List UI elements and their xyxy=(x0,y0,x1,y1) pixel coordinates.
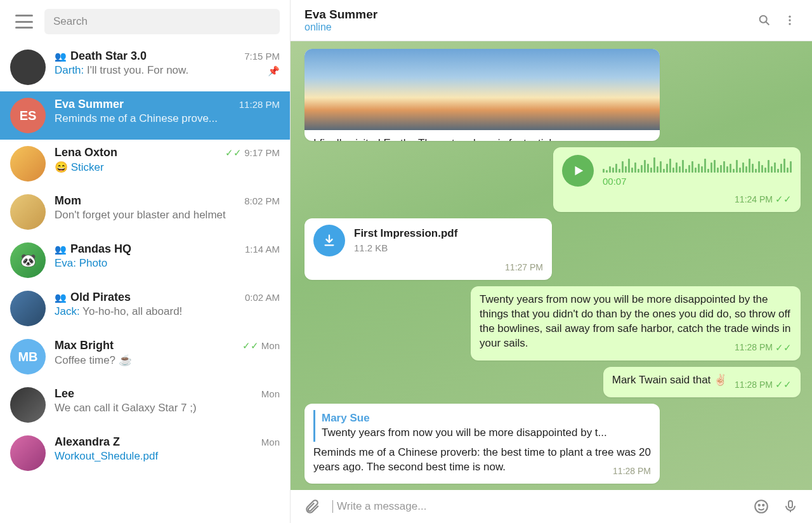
chat-time: Mon xyxy=(261,388,280,399)
play-icon[interactable] xyxy=(562,155,594,187)
message-input[interactable]: Write a message... xyxy=(332,500,741,513)
chat-preview: Darth: I'll trust you. For now. xyxy=(55,64,188,77)
avatar xyxy=(10,194,46,230)
reply-text: Twenty years from now you will be more d… xyxy=(322,426,651,440)
svg-point-2 xyxy=(789,16,790,18)
emoji-icon[interactable] xyxy=(752,498,770,515)
message-photo[interactable]: I finally visited Earth.. The nature her… xyxy=(304,49,660,141)
file-name: First Impression.pdf xyxy=(354,227,457,241)
chat-title: Death Star 3.0 xyxy=(70,50,147,63)
attach-icon[interactable] xyxy=(303,498,321,515)
chat-title: Lee xyxy=(55,387,74,401)
avatar: ES xyxy=(10,98,46,133)
message-text-quote[interactable]: Twenty years from now you will be more d… xyxy=(471,286,801,361)
avatar xyxy=(10,146,46,182)
group-icon: 👥 xyxy=(55,244,67,255)
chat-time: ✓✓Mon xyxy=(242,340,280,352)
reply-preview[interactable]: Mary Sue Twenty years from now you will … xyxy=(313,410,651,442)
message-text: Twenty years from now you will be more d… xyxy=(480,293,790,349)
svg-point-8 xyxy=(763,505,764,506)
avatar xyxy=(10,50,46,85)
read-checks-icon: ✓✓ xyxy=(225,147,242,158)
avatar: 🐼 xyxy=(10,242,46,278)
chat-time: 1:14 AM xyxy=(245,244,280,255)
search-icon[interactable] xyxy=(756,12,773,29)
message-text: Reminds me of a Chinese proverb: the bes… xyxy=(313,446,651,473)
chat-title: Old Pirates xyxy=(70,291,131,304)
message-voice[interactable]: 00:07 11:24 PM✓✓ xyxy=(553,147,801,213)
chat-title: Pandas HQ xyxy=(70,242,131,256)
chat-preview: Reminds me of a Chinese prove... xyxy=(55,112,280,125)
photo-attachment[interactable] xyxy=(304,49,660,130)
message-text-twain[interactable]: Mark Twain said that ✌🏻 11:28 PM✓✓ xyxy=(603,367,801,397)
menu-icon[interactable] xyxy=(15,15,33,29)
svg-line-1 xyxy=(766,22,769,25)
message-time: 11:27 PM xyxy=(505,262,543,274)
chat-title: Alexandra Z xyxy=(55,435,120,449)
chat-header-status: online xyxy=(304,22,747,33)
sidebar-top: Search xyxy=(0,0,290,43)
chat-header[interactable]: Eva Summer online xyxy=(291,0,812,41)
message-list[interactable]: I finally visited Earth.. The nature her… xyxy=(291,41,812,490)
chat-preview: 😄 Sticker xyxy=(55,161,280,174)
svg-point-0 xyxy=(760,16,767,23)
chat-item-death-star[interactable]: 👥Death Star 3.0 7:15 PM Darth: I'll trus… xyxy=(0,43,290,91)
message-time: 11:28 PM✓✓ xyxy=(735,378,792,391)
svg-point-6 xyxy=(755,500,768,513)
chat-list: 👥Death Star 3.0 7:15 PM Darth: I'll trus… xyxy=(0,43,290,523)
avatar xyxy=(10,387,46,423)
message-time: 11:28 PM✓✓ xyxy=(735,341,792,354)
chat-preview: Coffee time? ☕ xyxy=(55,354,280,367)
svg-point-4 xyxy=(789,23,790,25)
chat-item-max-bright[interactable]: MB Max Bright✓✓Mon Coffee time? ☕ xyxy=(0,333,290,381)
chat-item-old-pirates[interactable]: 👥Old Pirates0:02 AM Jack: Yo-ho-ho, all … xyxy=(0,284,290,333)
message-text: Mark Twain said that ✌🏻 xyxy=(612,374,727,386)
avatar xyxy=(10,291,46,326)
chat-item-pandas-hq[interactable]: 🐼 👥Pandas HQ1:14 AM Eva: Photo xyxy=(0,236,290,284)
conversation-panel: Eva Summer online I finally visited Eart… xyxy=(291,0,812,523)
chat-header-name: Eva Summer xyxy=(304,8,747,22)
chat-title: Eva Summer xyxy=(55,98,124,111)
pin-icon: 📌 xyxy=(268,65,280,77)
chat-item-lee[interactable]: LeeMon We can call it Galaxy Star 7 ;) xyxy=(0,381,290,429)
message-text: I finally visited Earth.. The nature her… xyxy=(313,137,552,141)
read-checks-icon: ✓✓ xyxy=(775,193,792,206)
read-checks-icon: ✓✓ xyxy=(242,340,259,351)
chat-item-mom[interactable]: Mom8:02 PM Don't forget your blaster and… xyxy=(0,188,290,236)
chat-time: Mon xyxy=(261,437,280,447)
chat-preview: Jack: Yo-ho-ho, all aboard! xyxy=(55,305,280,318)
chat-list-sidebar: Search 👥Death Star 3.0 7:15 PM Darth: I'… xyxy=(0,0,291,523)
chat-preview: We can call it Galaxy Star 7 ;) xyxy=(55,402,280,414)
chat-title: Lena Oxton xyxy=(55,146,117,159)
chat-preview: Workout_Shedule.pdf xyxy=(55,450,280,463)
search-input[interactable]: Search xyxy=(44,9,280,34)
download-icon[interactable] xyxy=(313,225,345,256)
message-reply[interactable]: Mary Sue Twenty years from now you will … xyxy=(304,404,660,484)
chat-time: ✓✓9:17 PM xyxy=(225,147,280,159)
message-time: 11:28 PM xyxy=(613,465,651,477)
chat-title: Mom xyxy=(55,194,81,208)
waveform[interactable] xyxy=(603,154,792,173)
message-file[interactable]: First Impression.pdf 11.2 KB 11:27 PM xyxy=(304,218,552,280)
chat-item-eva-summer[interactable]: ES Eva Summer11:28 PM Reminds me of a Ch… xyxy=(0,91,290,140)
chat-preview: Don't forget your blaster and helmet xyxy=(55,209,280,222)
group-icon: 👥 xyxy=(55,292,67,303)
chat-time: 11:28 PM xyxy=(239,99,280,110)
group-icon: 👥 xyxy=(55,51,67,62)
more-icon[interactable] xyxy=(782,12,798,29)
chat-item-lena-oxton[interactable]: Lena Oxton✓✓9:17 PM 😄 Sticker xyxy=(0,140,290,188)
reply-sender: Mary Sue xyxy=(322,411,651,426)
message-time: 11:24 PM✓✓ xyxy=(735,193,792,206)
avatar: MB xyxy=(10,339,46,374)
chat-time: 8:02 PM xyxy=(244,195,280,206)
read-checks-icon: ✓✓ xyxy=(775,341,792,354)
voice-duration: 00:07 xyxy=(603,175,792,188)
message-composer: Write a message... xyxy=(291,490,812,523)
chat-item-alexandra-z[interactable]: Alexandra ZMon Workout_Shedule.pdf xyxy=(0,429,290,477)
chat-title: Max Bright xyxy=(55,339,114,352)
read-checks-icon: ✓✓ xyxy=(775,378,792,391)
microphone-icon[interactable] xyxy=(782,498,799,515)
svg-point-3 xyxy=(789,19,790,21)
avatar xyxy=(10,435,46,471)
chat-time: 7:15 PM xyxy=(244,51,280,62)
